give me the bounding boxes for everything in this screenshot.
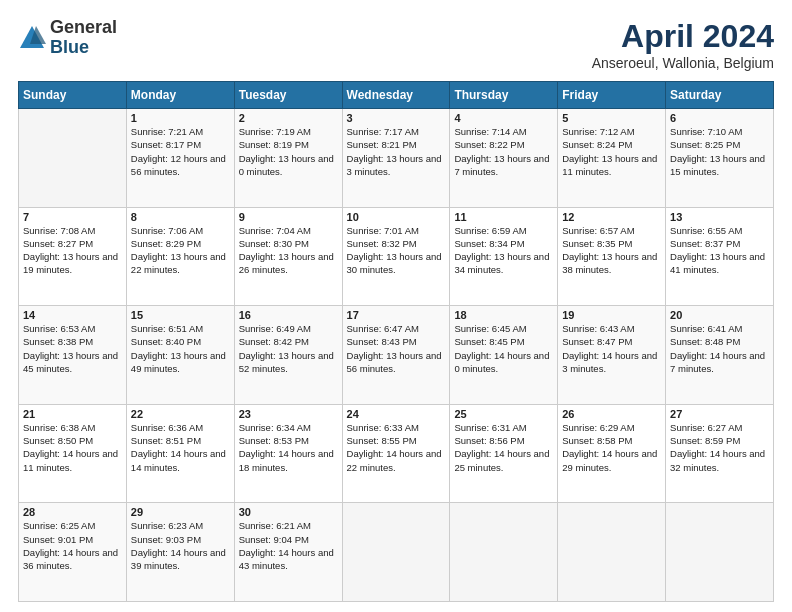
- calendar-cell: 3Sunrise: 7:17 AMSunset: 8:21 PMDaylight…: [342, 109, 450, 208]
- sunset: Sunset: 9:04 PM: [239, 534, 309, 545]
- day-info: Sunrise: 6:41 AMSunset: 8:48 PMDaylight:…: [670, 322, 769, 375]
- day-info: Sunrise: 6:49 AMSunset: 8:42 PMDaylight:…: [239, 322, 338, 375]
- weekday-header-tuesday: Tuesday: [234, 82, 342, 109]
- sunset: Sunset: 8:30 PM: [239, 238, 309, 249]
- logo-blue: Blue: [50, 38, 117, 58]
- day-number: 6: [670, 112, 769, 124]
- calendar-cell: 5Sunrise: 7:12 AMSunset: 8:24 PMDaylight…: [558, 109, 666, 208]
- sunrise: Sunrise: 7:08 AM: [23, 225, 95, 236]
- day-number: 7: [23, 211, 122, 223]
- day-info: Sunrise: 6:25 AMSunset: 9:01 PMDaylight:…: [23, 519, 122, 572]
- sunset: Sunset: 8:19 PM: [239, 139, 309, 150]
- calendar-cell: 27Sunrise: 6:27 AMSunset: 8:59 PMDayligh…: [666, 404, 774, 503]
- sunset: Sunset: 9:01 PM: [23, 534, 93, 545]
- calendar-cell: [558, 503, 666, 602]
- day-info: Sunrise: 6:21 AMSunset: 9:04 PMDaylight:…: [239, 519, 338, 572]
- sunrise: Sunrise: 6:53 AM: [23, 323, 95, 334]
- calendar-cell: 22Sunrise: 6:36 AMSunset: 8:51 PMDayligh…: [126, 404, 234, 503]
- calendar-cell: 28Sunrise: 6:25 AMSunset: 9:01 PMDayligh…: [19, 503, 127, 602]
- sunrise: Sunrise: 6:36 AM: [131, 422, 203, 433]
- sunset: Sunset: 8:47 PM: [562, 336, 632, 347]
- day-number: 13: [670, 211, 769, 223]
- day-info: Sunrise: 6:27 AMSunset: 8:59 PMDaylight:…: [670, 421, 769, 474]
- sunrise: Sunrise: 6:49 AM: [239, 323, 311, 334]
- sunrise: Sunrise: 7:12 AM: [562, 126, 634, 137]
- daylight: Daylight: 13 hours and 11 minutes.: [562, 153, 657, 177]
- sunrise: Sunrise: 6:45 AM: [454, 323, 526, 334]
- daylight: Daylight: 14 hours and 14 minutes.: [131, 448, 226, 472]
- day-number: 8: [131, 211, 230, 223]
- calendar-cell: 21Sunrise: 6:38 AMSunset: 8:50 PMDayligh…: [19, 404, 127, 503]
- sunrise: Sunrise: 6:33 AM: [347, 422, 419, 433]
- sunrise: Sunrise: 7:04 AM: [239, 225, 311, 236]
- sunset: Sunset: 8:32 PM: [347, 238, 417, 249]
- sunrise: Sunrise: 6:43 AM: [562, 323, 634, 334]
- daylight: Daylight: 14 hours and 29 minutes.: [562, 448, 657, 472]
- calendar-cell: 2Sunrise: 7:19 AMSunset: 8:19 PMDaylight…: [234, 109, 342, 208]
- sunset: Sunset: 8:17 PM: [131, 139, 201, 150]
- sunset: Sunset: 8:48 PM: [670, 336, 740, 347]
- week-row-2: 7Sunrise: 7:08 AMSunset: 8:27 PMDaylight…: [19, 207, 774, 306]
- sunset: Sunset: 8:24 PM: [562, 139, 632, 150]
- sunrise: Sunrise: 6:23 AM: [131, 520, 203, 531]
- sunset: Sunset: 8:35 PM: [562, 238, 632, 249]
- day-info: Sunrise: 7:21 AMSunset: 8:17 PMDaylight:…: [131, 125, 230, 178]
- sunrise: Sunrise: 7:14 AM: [454, 126, 526, 137]
- day-number: 30: [239, 506, 338, 518]
- day-number: 11: [454, 211, 553, 223]
- daylight: Daylight: 14 hours and 3 minutes.: [562, 350, 657, 374]
- daylight: Daylight: 14 hours and 43 minutes.: [239, 547, 334, 571]
- calendar-cell: 10Sunrise: 7:01 AMSunset: 8:32 PMDayligh…: [342, 207, 450, 306]
- daylight: Daylight: 13 hours and 30 minutes.: [347, 251, 442, 275]
- sunrise: Sunrise: 7:19 AM: [239, 126, 311, 137]
- week-row-1: 1Sunrise: 7:21 AMSunset: 8:17 PMDaylight…: [19, 109, 774, 208]
- sunset: Sunset: 8:42 PM: [239, 336, 309, 347]
- calendar-cell: [666, 503, 774, 602]
- daylight: Daylight: 13 hours and 38 minutes.: [562, 251, 657, 275]
- daylight: Daylight: 14 hours and 39 minutes.: [131, 547, 226, 571]
- sunset: Sunset: 8:37 PM: [670, 238, 740, 249]
- day-number: 16: [239, 309, 338, 321]
- daylight: Daylight: 14 hours and 25 minutes.: [454, 448, 549, 472]
- sunset: Sunset: 8:56 PM: [454, 435, 524, 446]
- sunset: Sunset: 8:59 PM: [670, 435, 740, 446]
- daylight: Daylight: 13 hours and 22 minutes.: [131, 251, 226, 275]
- day-number: 19: [562, 309, 661, 321]
- calendar-cell: 1Sunrise: 7:21 AMSunset: 8:17 PMDaylight…: [126, 109, 234, 208]
- sunrise: Sunrise: 6:21 AM: [239, 520, 311, 531]
- header: General Blue April 2024 Anseroeul, Wallo…: [18, 18, 774, 71]
- daylight: Daylight: 14 hours and 36 minutes.: [23, 547, 118, 571]
- daylight: Daylight: 14 hours and 32 minutes.: [670, 448, 765, 472]
- calendar-cell: 11Sunrise: 6:59 AMSunset: 8:34 PMDayligh…: [450, 207, 558, 306]
- weekday-header-friday: Friday: [558, 82, 666, 109]
- daylight: Daylight: 13 hours and 34 minutes.: [454, 251, 549, 275]
- calendar-cell: 30Sunrise: 6:21 AMSunset: 9:04 PMDayligh…: [234, 503, 342, 602]
- sunrise: Sunrise: 7:17 AM: [347, 126, 419, 137]
- day-number: 14: [23, 309, 122, 321]
- calendar-cell: 24Sunrise: 6:33 AMSunset: 8:55 PMDayligh…: [342, 404, 450, 503]
- day-number: 29: [131, 506, 230, 518]
- daylight: Daylight: 13 hours and 0 minutes.: [239, 153, 334, 177]
- calendar-cell: [450, 503, 558, 602]
- calendar-cell: 6Sunrise: 7:10 AMSunset: 8:25 PMDaylight…: [666, 109, 774, 208]
- calendar-cell: 12Sunrise: 6:57 AMSunset: 8:35 PMDayligh…: [558, 207, 666, 306]
- week-row-3: 14Sunrise: 6:53 AMSunset: 8:38 PMDayligh…: [19, 306, 774, 405]
- sunrise: Sunrise: 6:57 AM: [562, 225, 634, 236]
- sunrise: Sunrise: 6:34 AM: [239, 422, 311, 433]
- sunrise: Sunrise: 6:55 AM: [670, 225, 742, 236]
- day-number: 3: [347, 112, 446, 124]
- calendar-cell: 18Sunrise: 6:45 AMSunset: 8:45 PMDayligh…: [450, 306, 558, 405]
- calendar-table: SundayMondayTuesdayWednesdayThursdayFrid…: [18, 81, 774, 602]
- sunset: Sunset: 9:03 PM: [131, 534, 201, 545]
- logo: General Blue: [18, 18, 117, 58]
- day-number: 2: [239, 112, 338, 124]
- daylight: Daylight: 12 hours and 56 minutes.: [131, 153, 226, 177]
- sunrise: Sunrise: 6:41 AM: [670, 323, 742, 334]
- calendar-cell: 4Sunrise: 7:14 AMSunset: 8:22 PMDaylight…: [450, 109, 558, 208]
- day-number: 21: [23, 408, 122, 420]
- calendar-cell: 13Sunrise: 6:55 AMSunset: 8:37 PMDayligh…: [666, 207, 774, 306]
- sunset: Sunset: 8:22 PM: [454, 139, 524, 150]
- daylight: Daylight: 14 hours and 0 minutes.: [454, 350, 549, 374]
- subtitle: Anseroeul, Wallonia, Belgium: [592, 55, 774, 71]
- calendar-cell: 9Sunrise: 7:04 AMSunset: 8:30 PMDaylight…: [234, 207, 342, 306]
